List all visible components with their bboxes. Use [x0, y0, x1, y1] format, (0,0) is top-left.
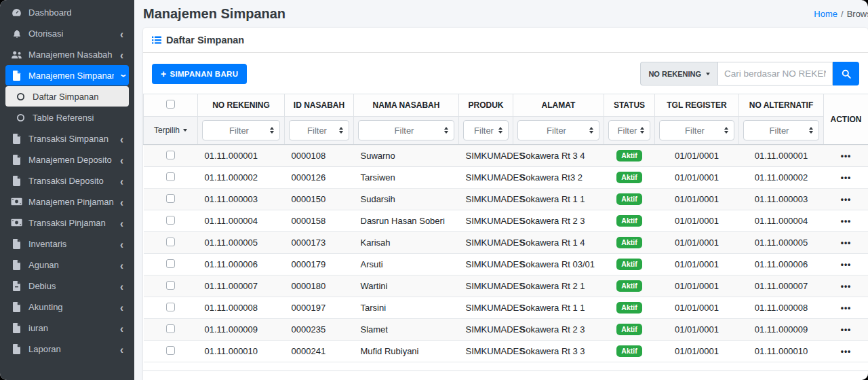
chevron-left-icon: ‹: [120, 132, 123, 144]
column-header-no-rekening: NO REKENING: [198, 94, 285, 117]
row-checkbox[interactable]: [166, 346, 175, 355]
status-badge: Aktif: [616, 259, 642, 270]
bell-icon: [11, 28, 22, 39]
chevron-left-icon: ‹: [120, 174, 123, 186]
chevron-left-icon: ‹: [120, 48, 123, 60]
breadcrumb-home-link[interactable]: Home: [814, 9, 837, 19]
filter-no-rekening[interactable]: Filter: [202, 120, 280, 140]
row-actions-button[interactable]: •••: [841, 152, 852, 160]
row-actions-button[interactable]: •••: [841, 326, 852, 334]
column-header-produk: PRODUK: [459, 94, 513, 117]
row-actions-button[interactable]: •••: [841, 261, 852, 269]
row-actions-button[interactable]: •••: [841, 304, 852, 312]
users-icon: [11, 50, 22, 59]
table-row: 01.11.000001 0000108 Suwarno SIMKUMADES …: [144, 145, 868, 167]
sidebar-item-dashboard[interactable]: Dashboard: [5, 2, 129, 22]
sidebar-item-label: Dashboard: [28, 7, 72, 18]
file-icon: [11, 155, 22, 165]
filter-id-nasabah[interactable]: Filter: [289, 120, 349, 140]
column-header-alamat: ALAMAT: [513, 94, 604, 117]
row-actions-button[interactable]: •••: [841, 217, 852, 225]
file-icon: [11, 323, 22, 333]
daftar-simpanan-card: Daftar Simpanan + SIMPANAN BARU NO REKEN…: [143, 28, 868, 380]
filter-alamat[interactable]: Filter: [517, 120, 599, 140]
card-title: Daftar Simpanan: [166, 35, 244, 45]
status-badge: Aktif: [616, 193, 642, 205]
sidebar-item-transaksi-deposito[interactable]: Transaksi Deposito ‹: [5, 170, 129, 191]
sidebar-item-laporan[interactable]: Laporan ‹: [5, 339, 129, 359]
select-arrows-icon: [809, 127, 813, 134]
status-badge: Aktif: [616, 150, 642, 162]
main-content: Manajemen Simpanan Home/Browse Daftar Si…: [134, 0, 868, 380]
sidebar-item-transaksi-simpanan[interactable]: Transaksi Simpanan ‹: [5, 128, 129, 149]
select-arrows-icon: [270, 127, 274, 134]
select-arrows-icon: [724, 127, 728, 134]
sidebar-item-iuran[interactable]: iuran ‹: [5, 318, 129, 338]
filter-tgl-register[interactable]: Filter: [659, 120, 734, 140]
status-badge: Aktif: [616, 215, 642, 227]
card-header: Daftar Simpanan: [143, 28, 868, 53]
card-body: + SIMPANAN BARU NO REKENING: [143, 53, 868, 380]
search-button[interactable]: [833, 62, 859, 86]
row-checkbox[interactable]: [166, 324, 175, 333]
row-checkbox[interactable]: [166, 238, 175, 246]
sidebar-item-manajemen-simpanan[interactable]: Manajemen Simpanan ‹: [5, 65, 129, 86]
row-actions-button[interactable]: •••: [841, 174, 852, 182]
column-header-nama-nasabah: NAMA NASABAH: [354, 94, 459, 117]
chevron-left-icon: ‹: [120, 27, 123, 39]
sidebar: Dashboard Otorisasi ‹ Manajemen Nasabah …: [0, 0, 134, 380]
sidebar-item-manajemen-deposito[interactable]: Manajemen Deposito ‹: [5, 149, 129, 170]
filter-status[interactable]: Filter: [608, 120, 650, 140]
row-checkbox[interactable]: [166, 259, 175, 268]
select-all-cell: [144, 94, 198, 117]
search-input[interactable]: [717, 62, 833, 86]
money-icon: [11, 197, 22, 206]
row-checkbox[interactable]: [166, 281, 175, 290]
row-checkbox[interactable]: [166, 216, 175, 225]
table-row: 01.11.000005 0000173 Karisah SIMKUMADES …: [144, 232, 868, 254]
sidebar-item-debius[interactable]: Debius ‹: [5, 276, 129, 296]
toolbar: + SIMPANAN BARU NO REKENING: [143, 60, 868, 94]
new-simpanan-button[interactable]: + SIMPANAN BARU: [152, 64, 247, 84]
row-actions-button[interactable]: •••: [841, 282, 852, 290]
status-badge: Aktif: [616, 302, 642, 314]
row-checkbox[interactable]: [166, 194, 175, 203]
table-header-row: NO REKENING ID NASABAH NAMA NASABAH PROD…: [144, 94, 868, 117]
chevron-left-icon: ‹: [120, 280, 123, 291]
terpilih-dropdown[interactable]: Terpilih: [148, 126, 193, 135]
row-checkbox[interactable]: [166, 303, 175, 311]
chevron-left-icon: ‹: [120, 195, 123, 207]
filter-produk[interactable]: Filter: [463, 120, 509, 140]
sidebar-item-inventaris[interactable]: Inventaris ‹: [5, 233, 129, 254]
sidebar-item-agunan[interactable]: Agunan ‹: [5, 254, 129, 275]
sidebar-item-manajemen-pinjaman[interactable]: Manajemen Pinjaman ‹: [5, 191, 129, 212]
breadcrumb: Home/Browse: [814, 9, 868, 19]
file-icon: [11, 239, 22, 249]
status-badge: Aktif: [616, 345, 642, 357]
row-checkbox[interactable]: [166, 172, 175, 181]
row-actions-button[interactable]: •••: [841, 195, 852, 204]
select-arrows-icon: [444, 127, 448, 134]
sidebar-item-transaksi-pinjaman[interactable]: Transaksi Pinjaman ‹: [5, 212, 129, 233]
filter-nama-nasabah[interactable]: Filter: [358, 120, 454, 140]
search-field-dropdown[interactable]: NO REKENING: [640, 62, 717, 86]
table-row: 01.11.000006 0000179 Arsuti SIMKUMADES S…: [144, 254, 868, 276]
sidebar-item-daftar-simpanan[interactable]: Daftar Simpanan: [5, 86, 129, 107]
select-all-checkbox[interactable]: [166, 100, 175, 109]
caret-down-icon: [706, 73, 710, 75]
circle-icon: [15, 92, 26, 101]
row-actions-button[interactable]: •••: [841, 239, 852, 247]
table-row: 01.11.000002 0000126 Tarsiwen SIMKUMADES…: [144, 167, 868, 189]
chevron-left-icon: ‹: [120, 153, 123, 165]
sidebar-item-akunting[interactable]: Akunting ‹: [5, 297, 129, 317]
column-header-id-nasabah: ID NASABAH: [285, 94, 354, 117]
sidebar-item-manajemen-nasabah[interactable]: Manajemen Nasabah ‹: [5, 44, 129, 64]
row-actions-button[interactable]: •••: [841, 347, 852, 356]
chevron-left-icon: ‹: [120, 216, 123, 228]
list-icon: [152, 36, 161, 44]
sidebar-item-otorisasi[interactable]: Otorisasi ‹: [5, 23, 129, 43]
filter-no-alternatif[interactable]: Filter: [743, 120, 819, 140]
sidebar-item-table-referensi[interactable]: Table Referensi: [5, 107, 129, 128]
select-arrows-icon: [498, 127, 502, 134]
row-checkbox[interactable]: [166, 151, 175, 159]
